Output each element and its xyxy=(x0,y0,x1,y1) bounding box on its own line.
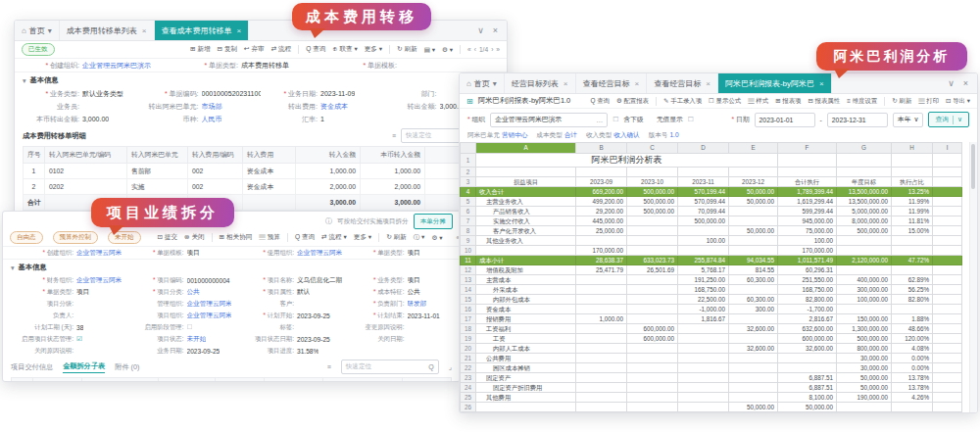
sheet-cell[interactable]: 11,380,000.00 xyxy=(837,412,892,414)
sheet-cell[interactable]: 29,200.00 xyxy=(576,207,627,216)
sheet-label-cell[interactable]: 报销费用 xyxy=(476,314,576,324)
sheet-cell[interactable]: 32,600.00 xyxy=(729,344,778,354)
sheet-cell[interactable] xyxy=(627,236,678,246)
sheet-cell[interactable]: 8,100.00 xyxy=(778,393,837,403)
row-number[interactable]: 1 xyxy=(461,154,476,168)
sheet-cell[interactable] xyxy=(892,168,933,177)
toolbar-button[interactable]: ↻ 刷新 xyxy=(397,45,417,54)
sheet-cell[interactable] xyxy=(729,246,778,256)
sheet-cell[interactable] xyxy=(576,324,627,334)
sheet-cell[interactable]: 50,000.00 xyxy=(729,187,778,197)
sheet-cell[interactable] xyxy=(678,226,729,236)
sheet-cell[interactable]: 11.99% xyxy=(892,207,933,216)
row-number[interactable]: 17 xyxy=(461,314,476,324)
row-number[interactable]: 21 xyxy=(461,354,476,363)
toolbar-button[interactable]: 更多 ▾ xyxy=(365,45,382,54)
sheet-cell[interactable] xyxy=(892,236,933,246)
tab-close-icon[interactable]: × xyxy=(237,26,242,35)
sheet-cell[interactable]: 400,000.00 xyxy=(837,275,892,285)
row-number[interactable]: 16 xyxy=(461,305,476,314)
sheet-cell[interactable] xyxy=(892,246,933,256)
sheet-cell[interactable] xyxy=(678,383,729,393)
sheet-cell[interactable]: 22,500.00 xyxy=(678,295,729,305)
sheet-cell[interactable]: 599,299.44 xyxy=(778,207,837,216)
sheet-cell[interactable] xyxy=(678,403,729,412)
sheet-cell[interactable] xyxy=(933,344,962,354)
sheet-label-cell[interactable]: 公共费用 xyxy=(476,354,576,363)
sheet-cell[interactable] xyxy=(627,168,678,177)
sheet-cell[interactable]: 1,000.00 xyxy=(576,314,627,324)
toolbar-button[interactable]: ⊞ 报表项 xyxy=(775,97,801,106)
sheet-cell[interactable]: 314,324.60 xyxy=(678,412,729,414)
sheet-cell[interactable]: 5,768.17 xyxy=(678,265,729,275)
sheet-cell[interactable]: 28,638.37 xyxy=(576,256,627,265)
first-page-icon[interactable]: « xyxy=(467,46,471,53)
sheet-cell[interactable]: 0.00% xyxy=(892,363,933,373)
sheet-cell[interactable] xyxy=(576,403,627,412)
sheet-cell[interactable] xyxy=(576,285,627,295)
row-number[interactable]: 27 xyxy=(461,412,476,414)
field-value-link[interactable]: 人民币 xyxy=(202,115,222,124)
tab-close-icon[interactable]: × xyxy=(564,79,568,88)
toolbar-button[interactable]: ⇄ 流程 ▾ xyxy=(321,233,347,242)
date-to-input[interactable]: 2023-12-31 xyxy=(827,113,888,127)
search-icon[interactable]: Q xyxy=(428,363,433,370)
toolbar-button[interactable]: ✎ 手工录入项 xyxy=(663,97,702,106)
sheet-cell[interactable] xyxy=(678,344,729,354)
field-value-link[interactable]: 公共 xyxy=(187,288,200,297)
sheet-cell[interactable]: 669,200.00 xyxy=(576,187,627,197)
toolbar-button[interactable]: ↩ 弃审 xyxy=(244,45,265,54)
include-sub-checkbox[interactable]: ☐ xyxy=(612,116,618,123)
sheet-cell[interactable]: 13.25% xyxy=(892,187,933,197)
sheet-label-cell[interactable]: 实施交付收入 xyxy=(476,216,576,226)
sheet-label-cell[interactable]: 固定资产折旧费用 xyxy=(476,383,576,393)
sheet-cell[interactable] xyxy=(729,373,778,383)
sheet-cell[interactable] xyxy=(576,168,627,177)
sheet-cell[interactable]: 6,887.51 xyxy=(778,383,837,393)
sheet-cell[interactable]: 50,000.00 xyxy=(729,197,778,207)
sheet-label-cell[interactable] xyxy=(476,403,576,412)
sheet-cell[interactable] xyxy=(729,236,778,246)
column-letter[interactable]: A xyxy=(476,143,576,154)
sheet-cell[interactable]: 500,000.00 xyxy=(837,334,892,344)
field-value-link[interactable]: 市场部 xyxy=(202,102,222,112)
sheet-cell[interactable]: 1,300,000.00 xyxy=(837,324,892,334)
sheet-cell[interactable]: 945,000.00 xyxy=(778,216,837,226)
sheet-cell[interactable]: 94,034.55 xyxy=(729,256,778,265)
toolbar-button[interactable]: ⊡ 导出 ▾ xyxy=(946,97,970,106)
field-value-link[interactable]: 企业管理云阿米巴演示 xyxy=(82,61,151,71)
field-value-link[interactable]: 企业管理云阿米巴演示 xyxy=(187,300,232,309)
sheet-label-cell[interactable]: 主营业务收入 xyxy=(476,197,576,207)
sheet-cell[interactable] xyxy=(729,363,778,373)
sheet-cell[interactable]: 100,000.00 xyxy=(837,295,892,305)
sheet-label-cell[interactable]: 资金成本 xyxy=(476,305,576,314)
sheet-cell[interactable]: 6.84% xyxy=(892,412,933,414)
sheet-cell[interactable]: 500,000.00 xyxy=(627,197,678,207)
sheet-cell[interactable]: 300.00 xyxy=(729,305,778,314)
context-value-link[interactable]: 收入确认 xyxy=(613,131,639,138)
vertical-scrollbar[interactable] xyxy=(969,142,977,413)
sheet-cell[interactable] xyxy=(933,324,962,334)
table-row[interactable]: 20202实施002资金成本2,000.002,000.00 xyxy=(24,179,499,195)
sheet-cell[interactable] xyxy=(933,314,962,324)
sheet-cell[interactable] xyxy=(627,363,678,373)
sheet-cell[interactable]: 11.99% xyxy=(892,197,933,207)
tab-item[interactable]: 成本费用转移单列表× xyxy=(60,21,155,40)
close-icon[interactable]: × xyxy=(963,78,968,88)
row-number[interactable]: 2 xyxy=(461,168,476,177)
sheet-cell[interactable]: 633,023.73 xyxy=(627,256,678,265)
sheet-header-cell[interactable]: 2023-12 xyxy=(729,177,778,187)
sheet-cell[interactable] xyxy=(729,334,778,344)
quick-locate-input[interactable]: 快速定位 Q xyxy=(341,360,439,374)
query-button[interactable]: 查询∨ xyxy=(928,112,969,127)
sheet-cell[interactable]: 13,500,000.00 xyxy=(837,187,892,197)
toolbar-button[interactable]: ▤ 预算 xyxy=(259,233,280,242)
toolbar-button[interactable]: ↻ 刷新 xyxy=(386,233,407,242)
row-number[interactable]: 10 xyxy=(461,246,476,256)
toolbar-button[interactable]: ⓘ ▾ xyxy=(414,233,425,242)
sheet-label-cell[interactable]: 内部外包成本 xyxy=(476,295,576,305)
sheet-cell[interactable] xyxy=(627,314,678,324)
sheet-cell[interactable] xyxy=(933,275,962,285)
toolbar-button[interactable]: ↻ 刷新 xyxy=(892,97,911,106)
column-letter[interactable]: F xyxy=(778,143,837,154)
